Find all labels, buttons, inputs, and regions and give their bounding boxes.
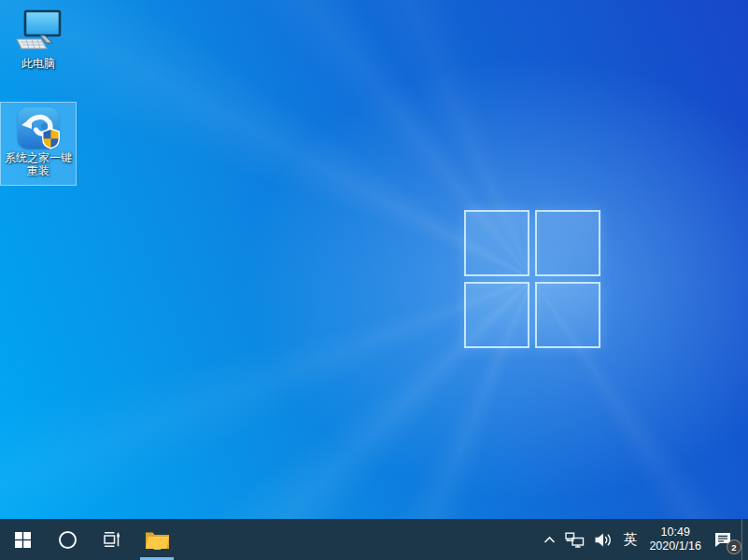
cortana-circle-icon: [59, 531, 77, 549]
desktop-icon-label-line1: 系统之家一键: [5, 151, 72, 164]
desktop-icon-label: 系统之家一键 重装: [5, 151, 72, 177]
desktop: 此电脑: [0, 0, 748, 519]
start-button[interactable]: [0, 519, 45, 560]
show-desktop-button[interactable]: [741, 519, 748, 560]
screen: 此电脑: [0, 0, 748, 560]
system-reinstall-app-icon: [18, 107, 59, 148]
notification-badge: 2: [727, 540, 741, 553]
volume-button[interactable]: [589, 519, 617, 560]
windows-start-icon: [15, 532, 31, 548]
this-pc-icon: [15, 9, 62, 54]
taskbar-clock[interactable]: 10:49 2020/1/16: [642, 519, 708, 560]
clock-time: 10:49: [661, 525, 690, 539]
taskbar: 英 10:49 2020/1/16 2: [0, 519, 748, 560]
ime-language-indicator[interactable]: 英: [617, 519, 642, 560]
task-view-icon: [103, 531, 121, 548]
action-center-button[interactable]: 2: [708, 519, 741, 560]
ethernet-network-icon: [565, 532, 585, 548]
desktop-icon-label: 此电脑: [21, 57, 55, 70]
task-view-button[interactable]: [90, 519, 134, 560]
speaker-volume-icon: [594, 532, 613, 548]
chevron-up-icon: [543, 536, 556, 544]
wallpaper-light-rays: [0, 0, 748, 519]
desktop-icon-system-reinstall[interactable]: 系统之家一键 重装: [0, 102, 77, 186]
file-explorer-folder-icon: [145, 529, 170, 550]
tray-overflow-button[interactable]: [539, 519, 560, 560]
file-explorer-button[interactable]: [134, 519, 179, 560]
desktop-icon-label-line2: 重装: [5, 164, 72, 177]
cortana-button[interactable]: [45, 519, 90, 560]
windows-logo: [464, 210, 600, 348]
network-button[interactable]: [560, 519, 589, 560]
windows-logo-pane: [535, 282, 600, 348]
clock-date: 2020/1/16: [649, 539, 701, 553]
windows-logo-pane: [464, 210, 529, 276]
system-tray: 英 10:49 2020/1/16 2: [539, 519, 748, 560]
security-shield-icon: [41, 128, 61, 149]
desktop-icon-this-pc[interactable]: 此电脑: [0, 4, 77, 75]
windows-logo-pane: [464, 282, 529, 348]
windows-logo-pane: [535, 210, 600, 276]
wallpaper-glow: [0, 0, 748, 519]
